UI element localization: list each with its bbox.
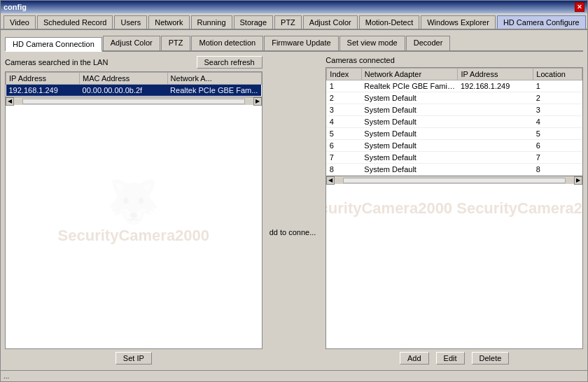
right-scroll-left-btn[interactable]: ◀ bbox=[326, 176, 335, 185]
cell-ip bbox=[458, 104, 533, 116]
tab-inner-ptz[interactable]: PTZ bbox=[161, 36, 191, 50]
cell-location: 8 bbox=[533, 164, 582, 176]
col-ip: IP Address bbox=[6, 73, 80, 85]
col-index: Index bbox=[327, 69, 361, 80]
tab-outer-users[interactable]: Users bbox=[114, 15, 147, 29]
right-bottom-bar: Add Edit Delete bbox=[326, 349, 583, 366]
right-camera-table: Index Network Adapter IP Address Locatio… bbox=[326, 68, 582, 176]
right-panel-header: Cameras connected bbox=[326, 56, 583, 64]
set-ip-button[interactable]: Set IP bbox=[115, 352, 152, 365]
scroll-track[interactable] bbox=[22, 99, 245, 104]
main-window: config ✕ VideoScheduled RecordUsersNetwo… bbox=[0, 0, 588, 382]
left-table-wrapper: 🐺 SecurityCamera2000 IP Address MAC Addr… bbox=[5, 71, 262, 349]
title-bar: config ✕ bbox=[1, 1, 587, 13]
table-row[interactable]: 4 System Default 4 bbox=[327, 116, 582, 128]
left-camera-table: IP Address MAC Address Network A... 192.… bbox=[6, 72, 262, 97]
tab-inner-set-view-mode[interactable]: Set view mode bbox=[340, 36, 405, 50]
cell-adapter: System Default bbox=[361, 164, 458, 176]
delete-button[interactable]: Delete bbox=[472, 352, 510, 365]
table-row[interactable]: 7 System Default 7 bbox=[327, 152, 582, 164]
tab-outer-running[interactable]: Running bbox=[191, 15, 232, 29]
cell-adapter: System Default bbox=[361, 116, 458, 128]
tab-inner-adjust-color[interactable]: Adjust Color bbox=[103, 36, 160, 50]
right-table-wrapper: SecurityCamera2000 SecurityCamera2000 In… bbox=[326, 67, 583, 349]
cell-ip: 192.168.1.249 bbox=[6, 85, 80, 97]
cell-location: 4 bbox=[533, 116, 582, 128]
col-ip-right: IP Address bbox=[458, 69, 533, 80]
table-row[interactable]: 1 Realtek PCIe GBE Family Controller - .… bbox=[327, 80, 582, 92]
col-adapter: Network Adapter bbox=[361, 69, 458, 80]
watermark-left: 🐺 SecurityCamera2000 bbox=[58, 176, 209, 244]
cell-index: 6 bbox=[327, 140, 361, 152]
table-row[interactable]: 6 System Default 6 bbox=[327, 140, 582, 152]
cell-adapter: System Default bbox=[361, 140, 458, 152]
left-panel-header: Cameras searched in the LAN Search refre… bbox=[5, 56, 262, 69]
cell-ip bbox=[458, 152, 533, 164]
tab-outer-hd-camera-configure[interactable]: HD Camera Configure bbox=[497, 15, 586, 29]
cell-ip bbox=[458, 140, 533, 152]
right-panel: Cameras connected SecurityCamera2000 Sec… bbox=[326, 56, 583, 366]
left-panel: Cameras searched in the LAN Search refre… bbox=[5, 56, 262, 366]
left-bottom-bar: Set IP bbox=[5, 349, 262, 366]
cell-location: 7 bbox=[533, 152, 582, 164]
cell-index: 2 bbox=[327, 92, 361, 104]
cell-ip bbox=[458, 128, 533, 140]
cell-ip bbox=[458, 116, 533, 128]
tab-inner-hd-camera-connection[interactable]: HD Camera Connection bbox=[5, 37, 102, 52]
cell-index: 4 bbox=[327, 116, 361, 128]
tab-inner-motion-detection[interactable]: Motion detection bbox=[191, 36, 263, 50]
search-refresh-button[interactable]: Search refresh bbox=[197, 56, 262, 69]
status-bar: ... bbox=[1, 370, 587, 381]
cell-adapter: System Default bbox=[361, 92, 458, 104]
outer-tab-bar: VideoScheduled RecordUsersNetworkRunning… bbox=[1, 13, 587, 30]
cell-index: 1 bbox=[327, 80, 361, 92]
tab-outer-adjust-color[interactable]: Adjust Color bbox=[303, 15, 358, 29]
right-scroll-right-btn[interactable]: ▶ bbox=[574, 176, 582, 185]
cell-location: 5 bbox=[533, 128, 582, 140]
cell-ip bbox=[458, 164, 533, 176]
edit-button[interactable]: Edit bbox=[436, 352, 465, 365]
cell-adapter: System Default bbox=[361, 104, 458, 116]
table-row[interactable]: 192.168.1.249 00.00.00.00.0b.2f Realtek … bbox=[6, 85, 262, 97]
inner-tab-bar: HD Camera ConnectionAdjust ColorPTZMotio… bbox=[5, 34, 583, 52]
scroll-right-btn[interactable]: ▶ bbox=[253, 97, 262, 106]
tab-outer-storage[interactable]: Storage bbox=[234, 15, 274, 29]
cell-ip: 192.168.1.249 bbox=[458, 80, 533, 92]
tab-outer-motion-detect[interactable]: Motion-Detect bbox=[359, 15, 419, 29]
cell-network: Realtek PCIe GBE Fam... bbox=[167, 85, 261, 97]
cell-index: 7 bbox=[327, 152, 361, 164]
tab-inner-firmware-update[interactable]: Firmware Update bbox=[264, 36, 338, 50]
cell-ip bbox=[458, 92, 533, 104]
cell-index: 8 bbox=[327, 164, 361, 176]
table-row[interactable]: 5 System Default 5 bbox=[327, 128, 582, 140]
cell-adapter: Realtek PCIe GBE Family Controller - ... bbox=[361, 80, 458, 92]
status-text: ... bbox=[4, 372, 9, 380]
tab-outer-scheduled-record[interactable]: Scheduled Record bbox=[37, 15, 113, 29]
left-panel-title: Cameras searched in the LAN bbox=[5, 58, 108, 66]
col-mac: MAC Address bbox=[80, 73, 168, 85]
table-row[interactable]: 3 System Default 3 bbox=[327, 104, 582, 116]
tab-outer-windows-explorer[interactable]: Windows Explorer bbox=[421, 15, 496, 29]
cell-location: 3 bbox=[533, 104, 582, 116]
right-scrollbar[interactable]: ◀ ▶ bbox=[326, 176, 582, 184]
main-panels: Cameras searched in the LAN Search refre… bbox=[5, 56, 583, 366]
tab-inner-decoder[interactable]: Decoder bbox=[406, 36, 451, 50]
watermark-right: SecurityCamera2000 SecurityCamera2000 bbox=[326, 199, 583, 218]
tab-outer-video[interactable]: Video bbox=[4, 15, 36, 29]
right-panel-title: Cameras connected bbox=[326, 56, 394, 64]
watermark-text-right: SecurityCamera2000 SecurityCamera2000 bbox=[326, 199, 583, 218]
tab-outer-ptz[interactable]: PTZ bbox=[274, 15, 302, 29]
add-to-connect-label: dd to conne... bbox=[270, 228, 319, 236]
scroll-left-btn[interactable]: ◀ bbox=[6, 97, 14, 106]
close-button[interactable]: ✕ bbox=[575, 2, 584, 12]
cell-index: 3 bbox=[327, 104, 361, 116]
dog-icon: 🐺 bbox=[107, 176, 160, 226]
table-row[interactable]: 8 System Default 8 bbox=[327, 164, 582, 176]
right-scroll-track[interactable] bbox=[343, 178, 566, 183]
cell-index: 5 bbox=[327, 128, 361, 140]
add-to-connect-area: dd to conne... bbox=[270, 56, 319, 366]
table-row[interactable]: 2 System Default 2 bbox=[327, 92, 582, 104]
left-scrollbar[interactable]: ◀ ▶ bbox=[6, 97, 262, 105]
add-button[interactable]: Add bbox=[400, 352, 429, 365]
tab-outer-network[interactable]: Network bbox=[148, 15, 189, 29]
